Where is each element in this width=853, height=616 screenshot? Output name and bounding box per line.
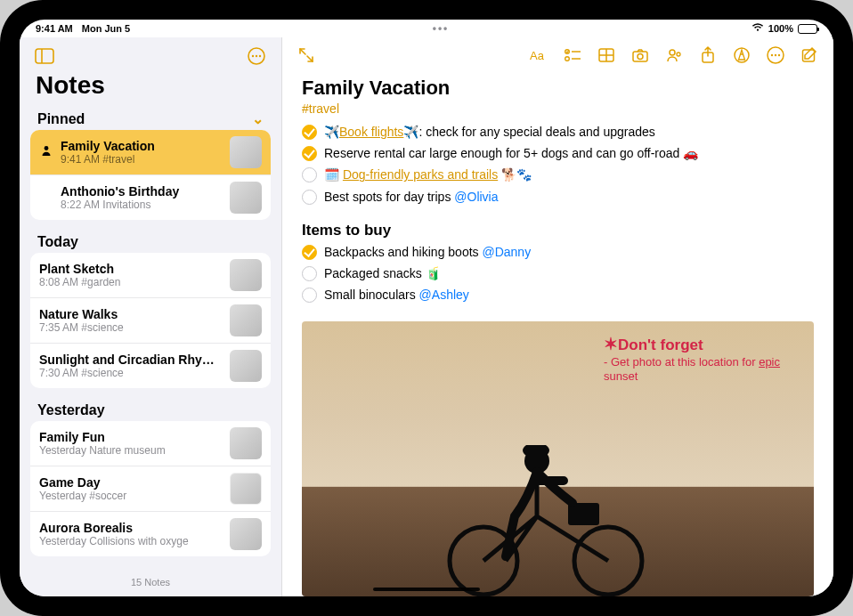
check-circle-icon[interactable] xyxy=(302,266,317,281)
note-meta: 9:41 AM #travel xyxy=(61,153,223,166)
checklist-text[interactable]: ✈️Book flights✈️: check for any special … xyxy=(324,124,655,140)
note-row-family-vacation[interactable]: Family Vacation 9:41 AM #travel xyxy=(30,130,271,174)
checklist-item[interactable]: Backpacks and hiking boots @Danny xyxy=(302,241,814,263)
main-content[interactable]: Family Vacation #travel ✈️Book flights✈️… xyxy=(282,73,833,596)
note-title: Plant Sketch xyxy=(39,262,223,276)
handwriting-line1: ✶Don't forget xyxy=(604,334,800,355)
text: ✈️: check for any special deals and upgr… xyxy=(403,125,654,139)
note-row-nature-walks[interactable]: Nature Walks 7:35 AM #science xyxy=(30,297,271,343)
status-time: 9:41 AM xyxy=(36,23,73,34)
group-yesterday: Family Fun Yesterday Nature museum Game … xyxy=(30,421,271,556)
checklist-text[interactable]: 🗓️ Dog-friendly parks and trails 🐕🐾 xyxy=(324,166,532,182)
note-row-plant-sketch[interactable]: Plant Sketch 8:08 AM #garden xyxy=(30,253,271,297)
link[interactable]: Book flights xyxy=(339,125,403,139)
attached-image[interactable]: ✶Don't forget - Get photo at this locati… xyxy=(302,321,814,596)
mention[interactable]: @Ashley xyxy=(419,288,469,302)
text-format-button[interactable]: Aa xyxy=(524,43,554,68)
note-meta: Yesterday Nature museum xyxy=(39,444,223,457)
note-row-game-day[interactable]: Game Day Yesterday #soccer xyxy=(30,466,271,511)
sidebar-more-button[interactable] xyxy=(242,45,271,68)
checklist-main[interactable]: ✈️Book flights✈️: check for any special … xyxy=(302,121,814,207)
note-title: Aurora Borealis xyxy=(39,521,223,535)
markup-button[interactable] xyxy=(727,43,757,68)
note-row-sunlight-circadian[interactable]: Sunlight and Circadian Rhy… 7:30 AM #sci… xyxy=(30,343,271,388)
svg-point-6 xyxy=(45,146,49,150)
svg-text:Aa: Aa xyxy=(530,49,545,62)
compose-button[interactable] xyxy=(794,43,825,68)
thumbnail xyxy=(230,518,262,550)
thumbnail xyxy=(230,182,262,214)
check-circle-icon[interactable] xyxy=(302,245,317,260)
handwriting-line2: - Get photo at this location for epic su… xyxy=(604,355,800,385)
note-meta: Yesterday #soccer xyxy=(39,490,223,502)
section-header-today: Today xyxy=(30,229,271,253)
checklist-item[interactable]: Packaged snacks 🧃 xyxy=(302,263,814,284)
sidebar-title: Notes xyxy=(20,71,281,105)
check-circle-icon[interactable] xyxy=(302,125,317,140)
check-circle-icon[interactable] xyxy=(302,167,317,182)
sidebar: Notes Pinned ⌄ xyxy=(20,37,282,596)
checklist-text[interactable]: Best spots for day trips @Olivia xyxy=(324,189,499,205)
note-row-aurora-borealis[interactable]: Aurora Borealis Yesterday Collisions wit… xyxy=(30,511,271,556)
collaborate-button[interactable] xyxy=(659,43,689,68)
checklist-item[interactable]: ✈️Book flights✈️: check for any special … xyxy=(302,121,814,142)
home-indicator[interactable] xyxy=(373,588,480,591)
note-tag[interactable]: #travel xyxy=(302,101,814,116)
note-text: Game Day Yesterday #soccer xyxy=(39,475,223,502)
checklist-text[interactable]: Reserve rental car large enough for 5+ d… xyxy=(324,145,698,161)
section-header-pinned[interactable]: Pinned ⌄ xyxy=(30,105,271,130)
svg-point-10 xyxy=(565,57,570,61)
group-today: Plant Sketch 8:08 AM #garden Nature Walk… xyxy=(30,253,271,388)
table-button[interactable] xyxy=(591,43,621,68)
status-bar: 9:41 AM Mon Jun 5 ••• 100% xyxy=(20,20,833,37)
text: Small binoculars xyxy=(324,288,419,302)
app-body: Notes Pinned ⌄ xyxy=(20,37,833,596)
check-circle-icon[interactable] xyxy=(302,146,317,161)
checklist-item[interactable]: Reserve rental car large enough for 5+ d… xyxy=(302,142,814,164)
link[interactable]: Dog-friendly parks and trails xyxy=(343,167,498,182)
checklist-item[interactable]: 🗓️ Dog-friendly parks and trails 🐕🐾 xyxy=(302,164,814,185)
svg-point-24 xyxy=(778,54,780,56)
checklist-text[interactable]: Backpacks and hiking boots @Danny xyxy=(324,244,531,260)
checklist-item[interactable]: Small binoculars @Ashley xyxy=(302,284,814,305)
multitask-dots-icon[interactable]: ••• xyxy=(433,22,450,35)
text-underlined: epic xyxy=(759,355,780,369)
checklist-button[interactable] xyxy=(557,43,588,68)
status-date: Mon Jun 5 xyxy=(82,23,130,34)
check-circle-icon[interactable] xyxy=(302,190,317,205)
main-pane: Aa xyxy=(282,37,833,596)
sidebar-scroll[interactable]: Pinned ⌄ Family Vacation 9:41 AM #trav xyxy=(20,105,281,571)
section-yesterday: Yesterday Family Fun Yesterday Nature mu… xyxy=(20,397,281,556)
note-row-anthonios-birthday[interactable]: Anthonio's Birthday 8:22 AM Invitations xyxy=(30,174,271,220)
status-left: 9:41 AM Mon Jun 5 xyxy=(36,23,130,34)
note-title: Nature Walks xyxy=(39,307,223,321)
checklist-text[interactable]: Small binoculars @Ashley xyxy=(324,287,469,303)
thumbnail xyxy=(230,259,262,291)
section-label: Yesterday xyxy=(37,402,105,418)
svg-point-5 xyxy=(259,55,261,57)
note-meta: 7:35 AM #science xyxy=(39,321,223,334)
thumbnail xyxy=(230,473,262,505)
note-text: Aurora Borealis Yesterday Collisions wit… xyxy=(39,521,223,547)
checklist-text[interactable]: Packaged snacks 🧃 xyxy=(324,265,441,281)
checklist-item[interactable]: Best spots for day trips @Olivia xyxy=(302,186,814,207)
toggle-sidebar-button[interactable] xyxy=(30,45,59,68)
share-button[interactable] xyxy=(693,43,723,68)
ipad-device-frame: 9:41 AM Mon Jun 5 ••• 100% xyxy=(0,0,853,616)
note-title[interactable]: Family Vacation xyxy=(302,77,814,100)
mention[interactable]: @Danny xyxy=(482,245,531,259)
section-label: Today xyxy=(37,234,78,250)
wifi-icon xyxy=(751,23,764,34)
camera-button[interactable] xyxy=(625,43,655,68)
subheading[interactable]: Items to buy xyxy=(302,222,814,239)
note-row-family-fun[interactable]: Family Fun Yesterday Nature museum xyxy=(30,421,271,466)
status-right: 100% xyxy=(751,23,817,34)
fullscreen-button[interactable] xyxy=(291,43,321,68)
battery-percent: 100% xyxy=(768,23,793,34)
sidebar-toolbar xyxy=(20,37,281,71)
svg-rect-15 xyxy=(633,52,647,61)
checklist-items-to-buy[interactable]: Backpacks and hiking boots @Danny Packag… xyxy=(302,241,814,306)
mention[interactable]: @Olivia xyxy=(454,190,498,204)
check-circle-icon[interactable] xyxy=(302,288,317,303)
more-button[interactable] xyxy=(760,43,791,68)
